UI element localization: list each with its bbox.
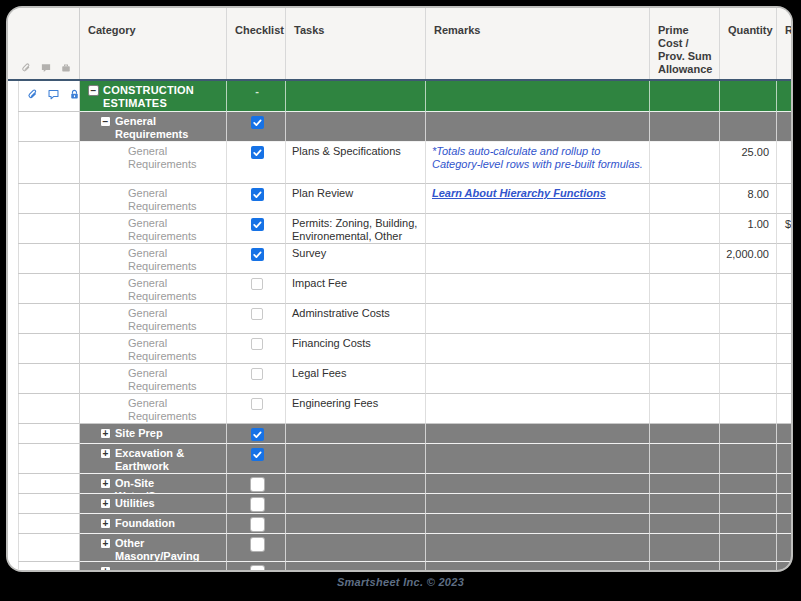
rate-cell[interactable]: [777, 394, 791, 424]
category-cell[interactable]: General Requirements: [80, 142, 227, 184]
checklist-cell[interactable]: [227, 142, 286, 184]
remarks-cell[interactable]: [426, 112, 650, 142]
prime-cost-cell[interactable]: [650, 142, 720, 184]
checklist-cell[interactable]: [227, 444, 286, 474]
remarks-cell[interactable]: [426, 534, 650, 562]
task-cell[interactable]: [286, 112, 426, 142]
category-cell[interactable]: General Requirements: [80, 304, 227, 334]
prime-cost-cell[interactable]: [650, 184, 720, 214]
expand-icon[interactable]: +: [100, 566, 111, 570]
task-cell[interactable]: Financing Costs: [286, 334, 426, 364]
task-cell[interactable]: [286, 494, 426, 514]
checklist-cell[interactable]: [227, 424, 286, 444]
task-cell[interactable]: [286, 514, 426, 534]
column-header-tasks[interactable]: Tasks: [286, 8, 426, 79]
remarks-cell[interactable]: [426, 494, 650, 514]
rate-cell[interactable]: [777, 494, 791, 514]
prime-cost-cell[interactable]: [650, 424, 720, 444]
checklist-cell[interactable]: [227, 474, 286, 494]
checklist-cell[interactable]: [227, 112, 286, 142]
checklist-cell[interactable]: [227, 334, 286, 364]
checklist-cell[interactable]: [227, 244, 286, 274]
task-cell[interactable]: Adminstrative Costs: [286, 304, 426, 334]
quantity-cell[interactable]: [720, 474, 777, 494]
rate-cell[interactable]: [777, 274, 791, 304]
category-cell[interactable]: +: [80, 562, 227, 570]
comment-icon[interactable]: [40, 62, 52, 74]
row-gutter-cell[interactable]: [8, 274, 80, 304]
rate-cell[interactable]: [777, 534, 791, 562]
rate-cell[interactable]: [777, 184, 791, 214]
rate-cell[interactable]: [777, 474, 791, 494]
expand-icon[interactable]: +: [100, 448, 111, 459]
prime-cost-cell[interactable]: [650, 214, 720, 244]
checkbox-unchecked[interactable]: [251, 498, 264, 511]
rate-cell[interactable]: [777, 112, 791, 142]
comment-icon[interactable]: [47, 88, 60, 101]
prime-cost-cell[interactable]: [650, 562, 720, 570]
prime-cost-cell[interactable]: [650, 494, 720, 514]
rate-cell[interactable]: [777, 244, 791, 274]
row-gutter-cell[interactable]: [8, 394, 80, 424]
checkbox-unchecked[interactable]: [251, 566, 264, 570]
quantity-cell[interactable]: [720, 334, 777, 364]
checklist-cell[interactable]: [227, 274, 286, 304]
category-cell[interactable]: General Requirements: [80, 214, 227, 244]
row-gutter-cell[interactable]: [8, 534, 80, 562]
quantity-cell[interactable]: [720, 364, 777, 394]
remarks-cell[interactable]: [426, 514, 650, 534]
task-cell[interactable]: Legal Fees: [286, 364, 426, 394]
remarks-cell[interactable]: [426, 304, 650, 334]
task-cell[interactable]: [286, 562, 426, 570]
remarks-cell[interactable]: [426, 562, 650, 570]
checklist-cell[interactable]: [227, 534, 286, 562]
category-cell[interactable]: General Requirements: [80, 244, 227, 274]
row-gutter-cell[interactable]: [8, 304, 80, 334]
checkbox-unchecked[interactable]: [251, 368, 263, 380]
task-cell[interactable]: Impact Fee: [286, 274, 426, 304]
row-gutter-cell[interactable]: [8, 112, 80, 142]
column-header-checklist[interactable]: Checklist: [227, 8, 286, 79]
row-gutter-cell[interactable]: [8, 514, 80, 534]
category-cell[interactable]: +Utilities: [80, 494, 227, 514]
remarks-cell[interactable]: [426, 394, 650, 424]
prime-cost-cell[interactable]: [650, 394, 720, 424]
collapse-icon[interactable]: −: [88, 85, 99, 96]
task-cell[interactable]: [286, 444, 426, 474]
checkbox-checked[interactable]: [251, 448, 264, 461]
attachment-icon[interactable]: [26, 88, 39, 101]
checkbox-unchecked[interactable]: [251, 308, 263, 320]
quantity-cell[interactable]: 2,000.00: [720, 244, 777, 274]
category-cell[interactable]: −General Requirements: [80, 112, 227, 142]
proof-icon[interactable]: [60, 62, 72, 74]
category-cell[interactable]: General Requirements: [80, 184, 227, 214]
quantity-cell[interactable]: [720, 514, 777, 534]
rate-cell[interactable]: [777, 424, 791, 444]
task-cell[interactable]: Plan Review: [286, 184, 426, 214]
quantity-cell[interactable]: 8.00: [720, 184, 777, 214]
checkbox-checked[interactable]: [251, 116, 264, 129]
category-cell[interactable]: −CONSTRUCTION ESTIMATES: [80, 81, 227, 112]
checklist-cell[interactable]: [227, 514, 286, 534]
row-gutter-cell[interactable]: [8, 244, 80, 274]
checklist-cell[interactable]: [227, 394, 286, 424]
category-cell[interactable]: +Excavation & Earthwork: [80, 444, 227, 474]
attachment-icon[interactable]: [20, 62, 32, 74]
quantity-cell[interactable]: [720, 304, 777, 334]
row-gutter-cell[interactable]: [8, 364, 80, 394]
rate-cell[interactable]: [777, 444, 791, 474]
row-gutter-cell[interactable]: [8, 334, 80, 364]
remarks-cell[interactable]: [426, 364, 650, 394]
category-cell[interactable]: +Other Masonry/Paving: [80, 534, 227, 562]
prime-cost-cell[interactable]: [650, 112, 720, 142]
remarks-cell[interactable]: Learn About Hierarchy Functions: [426, 184, 650, 214]
quantity-cell[interactable]: [720, 562, 777, 570]
prime-cost-cell[interactable]: [650, 514, 720, 534]
row-gutter-cell[interactable]: [8, 562, 80, 570]
remarks-cell[interactable]: [426, 334, 650, 364]
row-gutter-cell[interactable]: [8, 81, 80, 112]
expand-icon[interactable]: +: [100, 478, 111, 489]
rate-cell[interactable]: $: [777, 214, 791, 244]
task-cell[interactable]: Plans & Specifications: [286, 142, 426, 184]
quantity-cell[interactable]: [720, 112, 777, 142]
